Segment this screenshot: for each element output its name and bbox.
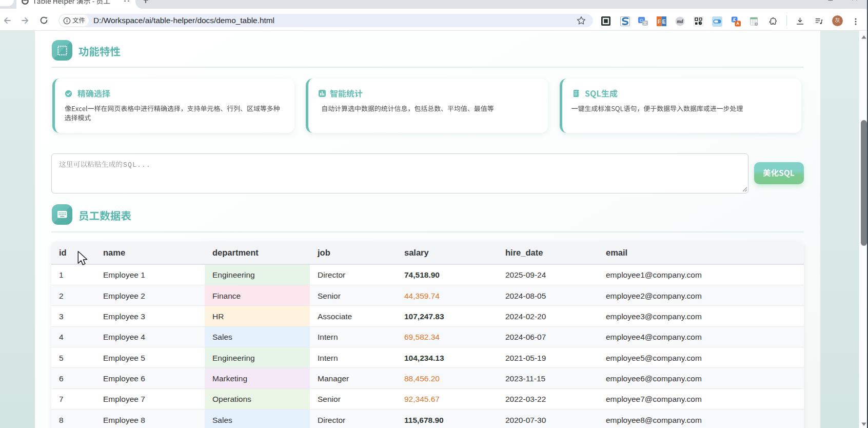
svg-text:文: 文	[643, 21, 647, 26]
svg-text:md: md	[677, 19, 683, 24]
svg-text:E: E	[662, 18, 666, 24]
svg-text:F: F	[658, 18, 661, 24]
